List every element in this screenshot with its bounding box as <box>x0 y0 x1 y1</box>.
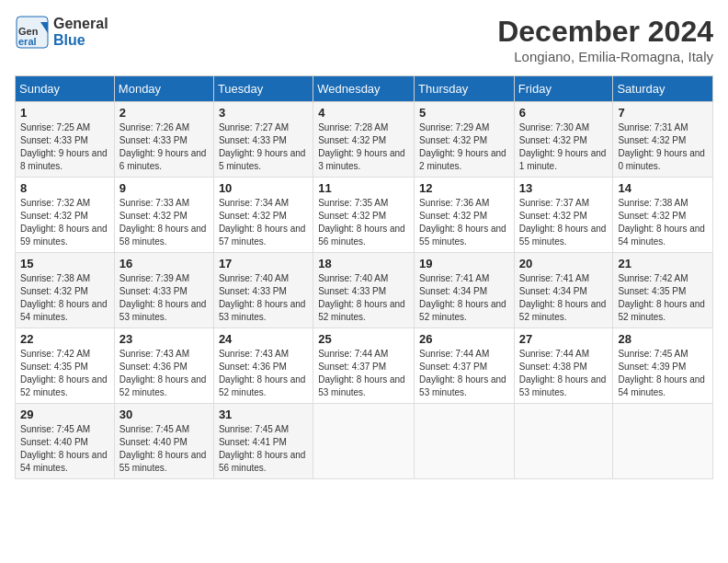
calendar-week-row: 8 Sunrise: 7:32 AM Sunset: 4:32 PM Dayli… <box>16 178 713 253</box>
calendar-cell: 5 Sunrise: 7:29 AM Sunset: 4:32 PM Dayli… <box>415 102 515 178</box>
day-info: Sunrise: 7:31 AM Sunset: 4:32 PM Dayligh… <box>618 121 708 173</box>
calendar-cell: 24 Sunrise: 7:43 AM Sunset: 4:36 PM Dayl… <box>213 328 313 404</box>
logo-general: General <box>53 16 108 31</box>
day-info: Sunrise: 7:43 AM Sunset: 4:36 PM Dayligh… <box>219 348 308 399</box>
day-info: Sunrise: 7:27 AM Sunset: 4:33 PM Dayligh… <box>219 121 308 173</box>
calendar-cell: 10 Sunrise: 7:34 AM Sunset: 4:32 PM Dayl… <box>213 178 313 253</box>
logo-blue: Blue <box>53 32 85 48</box>
day-info: Sunrise: 7:38 AM Sunset: 4:32 PM Dayligh… <box>20 272 109 324</box>
month-title: December 2024 <box>497 15 713 49</box>
day-number: 29 <box>20 408 109 421</box>
day-number: 11 <box>318 181 409 195</box>
calendar-cell: 9 Sunrise: 7:33 AM Sunset: 4:32 PM Dayli… <box>114 178 213 253</box>
calendar-cell: 20 Sunrise: 7:41 AM Sunset: 4:34 PM Dayl… <box>514 253 613 328</box>
calendar-cell: 12 Sunrise: 7:36 AM Sunset: 4:32 PM Dayl… <box>415 178 515 253</box>
calendar-cell: 18 Sunrise: 7:40 AM Sunset: 4:33 PM Dayl… <box>313 253 415 328</box>
calendar-cell: 30 Sunrise: 7:45 AM Sunset: 4:40 PM Dayl… <box>114 404 213 479</box>
calendar-week-row: 15 Sunrise: 7:38 AM Sunset: 4:32 PM Dayl… <box>16 253 713 328</box>
day-number: 15 <box>20 257 109 270</box>
day-info: Sunrise: 7:29 AM Sunset: 4:32 PM Dayligh… <box>419 121 509 173</box>
day-info: Sunrise: 7:44 AM Sunset: 4:38 PM Dayligh… <box>519 348 609 399</box>
calendar-cell: 16 Sunrise: 7:39 AM Sunset: 4:33 PM Dayl… <box>114 253 213 328</box>
logo-icon: Gen eral <box>15 15 50 50</box>
day-info: Sunrise: 7:41 AM Sunset: 4:34 PM Dayligh… <box>419 272 509 324</box>
calendar-cell: 13 Sunrise: 7:37 AM Sunset: 4:32 PM Dayl… <box>514 178 613 253</box>
day-info: Sunrise: 7:30 AM Sunset: 4:32 PM Dayligh… <box>519 121 609 173</box>
calendar-cell: 17 Sunrise: 7:40 AM Sunset: 4:33 PM Dayl… <box>213 253 313 328</box>
calendar-cell: 25 Sunrise: 7:44 AM Sunset: 4:37 PM Dayl… <box>313 328 415 404</box>
day-of-week-header: Wednesday <box>313 76 415 102</box>
day-of-week-header: Monday <box>114 76 213 102</box>
calendar-cell: 11 Sunrise: 7:35 AM Sunset: 4:32 PM Dayl… <box>313 178 415 253</box>
calendar-cell: 26 Sunrise: 7:44 AM Sunset: 4:37 PM Dayl… <box>415 328 515 404</box>
day-number: 30 <box>119 408 209 421</box>
day-info: Sunrise: 7:45 AM Sunset: 4:41 PM Dayligh… <box>219 423 308 475</box>
day-info: Sunrise: 7:40 AM Sunset: 4:33 PM Dayligh… <box>219 272 308 324</box>
day-number: 24 <box>219 332 308 346</box>
day-of-week-header: Friday <box>514 76 613 102</box>
calendar-cell: 22 Sunrise: 7:42 AM Sunset: 4:35 PM Dayl… <box>16 328 115 404</box>
day-info: Sunrise: 7:39 AM Sunset: 4:33 PM Dayligh… <box>119 272 209 324</box>
calendar-cell: 29 Sunrise: 7:45 AM Sunset: 4:40 PM Dayl… <box>16 404 115 479</box>
calendar-cell: 4 Sunrise: 7:28 AM Sunset: 4:32 PM Dayli… <box>313 102 415 178</box>
day-info: Sunrise: 7:42 AM Sunset: 4:35 PM Dayligh… <box>20 348 109 399</box>
day-number: 23 <box>119 332 209 346</box>
day-number: 22 <box>20 332 109 346</box>
day-number: 17 <box>219 257 308 270</box>
day-info: Sunrise: 7:35 AM Sunset: 4:32 PM Dayligh… <box>318 197 409 248</box>
calendar-table: SundayMondayTuesdayWednesdayThursdayFrid… <box>15 75 713 479</box>
calendar-cell <box>514 404 613 479</box>
day-number: 27 <box>519 332 609 346</box>
day-info: Sunrise: 7:38 AM Sunset: 4:32 PM Dayligh… <box>618 197 708 248</box>
day-number: 14 <box>618 181 708 195</box>
calendar-cell: 27 Sunrise: 7:44 AM Sunset: 4:38 PM Dayl… <box>514 328 613 404</box>
page-header: Gen eral General Blue December 2024 Long… <box>15 15 713 64</box>
calendar-cell: 19 Sunrise: 7:41 AM Sunset: 4:34 PM Dayl… <box>415 253 515 328</box>
day-info: Sunrise: 7:32 AM Sunset: 4:32 PM Dayligh… <box>20 197 109 248</box>
day-info: Sunrise: 7:26 AM Sunset: 4:33 PM Dayligh… <box>119 121 209 173</box>
calendar-cell: 28 Sunrise: 7:45 AM Sunset: 4:39 PM Dayl… <box>613 328 713 404</box>
day-number: 6 <box>519 106 609 120</box>
calendar-cell: 23 Sunrise: 7:43 AM Sunset: 4:36 PM Dayl… <box>114 328 213 404</box>
calendar-cell: 6 Sunrise: 7:30 AM Sunset: 4:32 PM Dayli… <box>514 102 613 178</box>
calendar-cell <box>613 404 713 479</box>
logo: Gen eral General Blue <box>15 15 108 50</box>
day-of-week-header: Sunday <box>16 76 115 102</box>
calendar-cell: 15 Sunrise: 7:38 AM Sunset: 4:32 PM Dayl… <box>16 253 115 328</box>
day-info: Sunrise: 7:44 AM Sunset: 4:37 PM Dayligh… <box>318 348 409 399</box>
calendar-week-row: 1 Sunrise: 7:25 AM Sunset: 4:33 PM Dayli… <box>16 102 713 178</box>
day-info: Sunrise: 7:25 AM Sunset: 4:33 PM Dayligh… <box>20 121 109 173</box>
day-number: 20 <box>519 257 609 270</box>
day-number: 13 <box>519 181 609 195</box>
day-number: 16 <box>119 257 209 270</box>
calendar-cell: 3 Sunrise: 7:27 AM Sunset: 4:33 PM Dayli… <box>213 102 313 178</box>
calendar-cell <box>415 404 515 479</box>
day-of-week-header: Thursday <box>415 76 515 102</box>
day-number: 9 <box>119 181 209 195</box>
calendar-cell: 14 Sunrise: 7:38 AM Sunset: 4:32 PM Dayl… <box>613 178 713 253</box>
day-info: Sunrise: 7:28 AM Sunset: 4:32 PM Dayligh… <box>318 121 409 173</box>
calendar-week-row: 22 Sunrise: 7:42 AM Sunset: 4:35 PM Dayl… <box>16 328 713 404</box>
day-info: Sunrise: 7:40 AM Sunset: 4:33 PM Dayligh… <box>318 272 409 324</box>
day-of-week-header: Saturday <box>613 76 713 102</box>
day-number: 18 <box>318 257 409 270</box>
calendar-cell: 31 Sunrise: 7:45 AM Sunset: 4:41 PM Dayl… <box>213 404 313 479</box>
calendar-cell <box>313 404 415 479</box>
day-number: 5 <box>419 106 509 120</box>
day-number: 3 <box>219 106 308 120</box>
calendar-cell: 21 Sunrise: 7:42 AM Sunset: 4:35 PM Dayl… <box>613 253 713 328</box>
day-info: Sunrise: 7:36 AM Sunset: 4:32 PM Dayligh… <box>419 197 509 248</box>
day-number: 21 <box>618 257 708 270</box>
day-number: 25 <box>318 332 409 346</box>
calendar-week-row: 29 Sunrise: 7:45 AM Sunset: 4:40 PM Dayl… <box>16 404 713 479</box>
day-number: 19 <box>419 257 509 270</box>
day-number: 4 <box>318 106 409 120</box>
day-number: 7 <box>618 106 708 120</box>
day-number: 2 <box>119 106 209 120</box>
calendar-cell: 8 Sunrise: 7:32 AM Sunset: 4:32 PM Dayli… <box>16 178 115 253</box>
day-info: Sunrise: 7:45 AM Sunset: 4:40 PM Dayligh… <box>20 423 109 475</box>
day-info: Sunrise: 7:37 AM Sunset: 4:32 PM Dayligh… <box>519 197 609 248</box>
day-of-week-header: Tuesday <box>213 76 313 102</box>
calendar-cell: 7 Sunrise: 7:31 AM Sunset: 4:32 PM Dayli… <box>613 102 713 178</box>
day-info: Sunrise: 7:33 AM Sunset: 4:32 PM Dayligh… <box>119 197 209 248</box>
